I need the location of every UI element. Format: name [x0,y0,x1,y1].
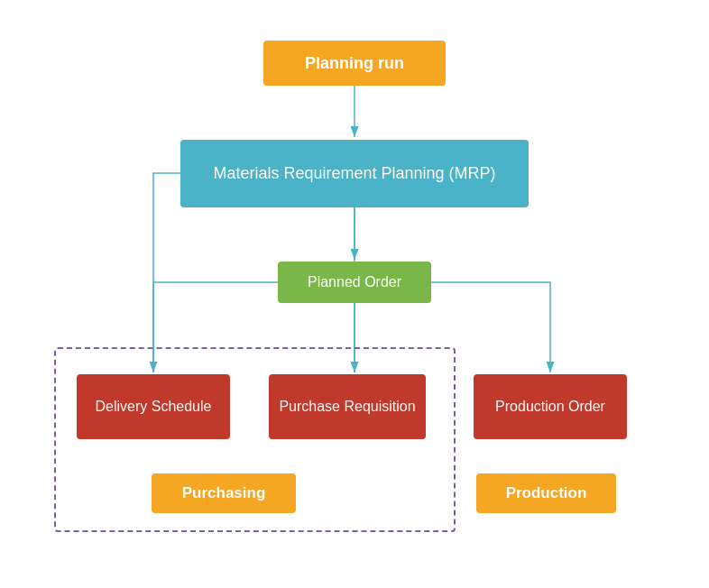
diagram-container: Planning run Materials Requirement Plann… [0,0,709,588]
purchase-requisition-label: Purchase Requisition [279,399,415,415]
production-label: Production [506,484,587,502]
purchasing-label: Purchasing [182,484,266,502]
purchase-requisition-box: Purchase Requisition [269,374,426,439]
planning-run-label: Planning run [305,54,404,73]
delivery-schedule-label: Delivery Schedule [96,399,212,415]
mrp-box: Materials Requirement Planning (MRP) [180,140,529,207]
delivery-schedule-box: Delivery Schedule [77,374,230,439]
purchasing-label-box: Purchasing [152,473,296,513]
planning-run-box: Planning run [263,41,446,86]
production-label-box: Production [476,473,616,513]
planned-order-box: Planned Order [278,262,431,303]
production-order-label: Production Order [495,399,605,415]
planned-order-label: Planned Order [308,274,401,290]
production-order-box: Production Order [474,374,627,439]
mrp-label: Materials Requirement Planning (MRP) [213,164,495,183]
